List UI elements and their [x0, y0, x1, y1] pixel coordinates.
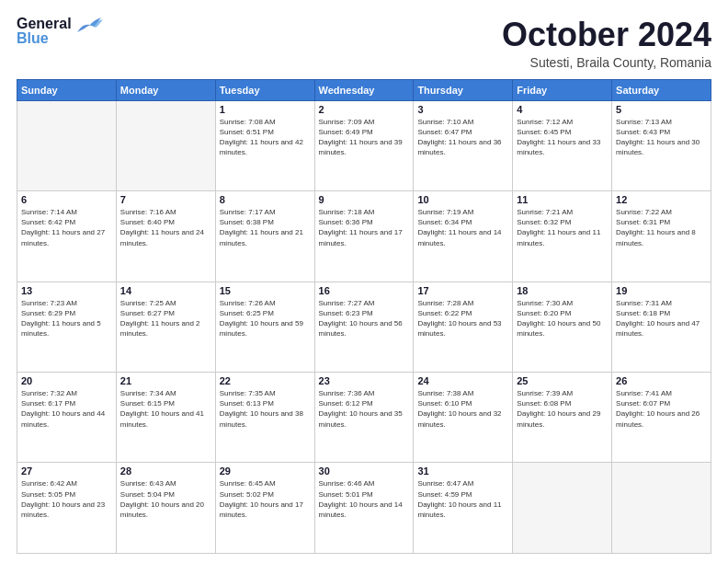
calendar-cell: 29Sunrise: 6:45 AMSunset: 5:02 PMDayligh…	[215, 463, 314, 554]
calendar-cell: 2Sunrise: 7:09 AMSunset: 6:49 PMDaylight…	[314, 100, 414, 190]
general-blue-logo: General Blue	[17, 17, 105, 46]
calendar-week-row: 13Sunrise: 7:23 AMSunset: 6:29 PMDayligh…	[17, 282, 711, 372]
day-info: Sunrise: 7:36 AMSunset: 6:12 PMDaylight:…	[319, 388, 410, 430]
title-section: October 2024 Sutesti, Braila County, Rom…	[502, 17, 711, 70]
calendar-cell	[612, 463, 711, 554]
day-info: Sunrise: 7:25 AMSunset: 6:27 PMDaylight:…	[120, 298, 211, 339]
calendar-cell: 20Sunrise: 7:32 AMSunset: 6:17 PMDayligh…	[17, 373, 117, 463]
calendar-cell: 7Sunrise: 7:16 AMSunset: 6:40 PMDaylight…	[116, 191, 215, 282]
calendar-cell: 28Sunrise: 6:43 AMSunset: 5:04 PMDayligh…	[116, 463, 215, 554]
day-info: Sunrise: 7:41 AMSunset: 6:07 PMDaylight:…	[616, 388, 707, 430]
day-number: 15	[220, 285, 311, 296]
calendar-cell: 17Sunrise: 7:28 AMSunset: 6:22 PMDayligh…	[414, 282, 513, 372]
day-info: Sunrise: 7:19 AMSunset: 6:34 PMDaylight:…	[417, 207, 508, 248]
day-number: 29	[220, 465, 311, 477]
weekday-header-cell: Sunday	[17, 79, 117, 100]
weekday-header-cell: Monday	[116, 79, 215, 100]
day-info: Sunrise: 7:09 AMSunset: 6:49 PMDaylight:…	[319, 117, 410, 158]
day-info: Sunrise: 7:22 AMSunset: 6:31 PMDaylight:…	[616, 207, 707, 248]
calendar-week-row: 6Sunrise: 7:14 AMSunset: 6:42 PMDaylight…	[17, 191, 711, 282]
day-info: Sunrise: 7:08 AMSunset: 6:51 PMDaylight:…	[220, 117, 311, 158]
day-number: 16	[319, 285, 410, 296]
calendar-cell: 19Sunrise: 7:31 AMSunset: 6:18 PMDayligh…	[612, 282, 711, 372]
calendar-cell: 14Sunrise: 7:25 AMSunset: 6:27 PMDayligh…	[116, 282, 215, 372]
day-info: Sunrise: 7:18 AMSunset: 6:36 PMDaylight:…	[319, 207, 410, 248]
day-number: 4	[517, 104, 608, 115]
day-number: 10	[417, 194, 508, 205]
day-info: Sunrise: 6:45 AMSunset: 5:02 PMDaylight:…	[220, 478, 311, 520]
calendar-cell: 27Sunrise: 6:42 AMSunset: 5:05 PMDayligh…	[17, 463, 117, 554]
day-info: Sunrise: 6:47 AMSunset: 4:59 PMDaylight:…	[417, 478, 508, 520]
day-number: 31	[417, 465, 508, 477]
day-number: 19	[616, 285, 707, 296]
logo-general-text: General	[17, 17, 72, 31]
calendar-body: 1Sunrise: 7:08 AMSunset: 6:51 PMDaylight…	[17, 100, 711, 553]
calendar-cell: 16Sunrise: 7:27 AMSunset: 6:23 PMDayligh…	[314, 282, 414, 372]
day-number: 22	[220, 375, 311, 386]
calendar-cell	[116, 100, 215, 190]
day-info: Sunrise: 7:23 AMSunset: 6:29 PMDaylight:…	[21, 298, 112, 339]
calendar-cell	[17, 100, 117, 190]
calendar-cell: 10Sunrise: 7:19 AMSunset: 6:34 PMDayligh…	[414, 191, 513, 282]
logo-container: General Blue	[17, 17, 105, 46]
calendar-cell: 1Sunrise: 7:08 AMSunset: 6:51 PMDaylight…	[215, 100, 314, 190]
day-number: 23	[319, 375, 410, 386]
calendar-cell: 24Sunrise: 7:38 AMSunset: 6:10 PMDayligh…	[414, 373, 513, 463]
day-number: 2	[319, 104, 410, 115]
day-number: 3	[417, 104, 508, 115]
weekday-header-cell: Thursday	[414, 79, 513, 100]
day-number: 28	[120, 465, 211, 477]
page: General Blue October 2024 Sutesti, Brail…	[0, 0, 728, 563]
day-number: 6	[21, 194, 112, 205]
day-number: 21	[120, 375, 211, 386]
day-info: Sunrise: 7:39 AMSunset: 6:08 PMDaylight:…	[517, 388, 608, 430]
day-number: 30	[319, 465, 410, 477]
day-info: Sunrise: 7:12 AMSunset: 6:45 PMDaylight:…	[517, 117, 608, 158]
calendar-cell	[513, 463, 612, 554]
day-info: Sunrise: 7:27 AMSunset: 6:23 PMDaylight:…	[319, 298, 410, 339]
subtitle: Sutesti, Braila County, Romania	[502, 55, 711, 70]
day-number: 14	[120, 285, 211, 296]
day-number: 12	[616, 194, 707, 205]
calendar-cell: 22Sunrise: 7:35 AMSunset: 6:13 PMDayligh…	[215, 373, 314, 463]
calendar-week-row: 27Sunrise: 6:42 AMSunset: 5:05 PMDayligh…	[17, 463, 711, 554]
day-number: 11	[517, 194, 608, 205]
calendar-table: SundayMondayTuesdayWednesdayThursdayFrid…	[17, 79, 711, 554]
calendar-week-row: 1Sunrise: 7:08 AMSunset: 6:51 PMDaylight…	[17, 100, 711, 190]
day-info: Sunrise: 7:38 AMSunset: 6:10 PMDaylight:…	[417, 388, 508, 430]
day-number: 5	[616, 104, 707, 115]
calendar-cell: 11Sunrise: 7:21 AMSunset: 6:32 PMDayligh…	[513, 191, 612, 282]
day-info: Sunrise: 6:43 AMSunset: 5:04 PMDaylight:…	[120, 478, 211, 520]
logo-blue-text: Blue	[17, 31, 72, 46]
day-info: Sunrise: 7:26 AMSunset: 6:25 PMDaylight:…	[220, 298, 311, 339]
calendar-cell: 8Sunrise: 7:17 AMSunset: 6:38 PMDaylight…	[215, 191, 314, 282]
calendar-cell: 13Sunrise: 7:23 AMSunset: 6:29 PMDayligh…	[17, 282, 117, 372]
calendar-cell: 15Sunrise: 7:26 AMSunset: 6:25 PMDayligh…	[215, 282, 314, 372]
day-info: Sunrise: 7:17 AMSunset: 6:38 PMDaylight:…	[220, 207, 311, 248]
calendar-cell: 9Sunrise: 7:18 AMSunset: 6:36 PMDaylight…	[314, 191, 414, 282]
calendar-cell: 4Sunrise: 7:12 AMSunset: 6:45 PMDaylight…	[513, 100, 612, 190]
day-info: Sunrise: 6:46 AMSunset: 5:01 PMDaylight:…	[319, 478, 410, 520]
calendar-cell: 23Sunrise: 7:36 AMSunset: 6:12 PMDayligh…	[314, 373, 414, 463]
day-number: 8	[220, 194, 311, 205]
day-number: 26	[616, 375, 707, 386]
weekday-header-row: SundayMondayTuesdayWednesdayThursdayFrid…	[17, 79, 711, 100]
month-title: October 2024	[502, 17, 711, 53]
day-info: Sunrise: 6:42 AMSunset: 5:05 PMDaylight:…	[21, 478, 112, 520]
day-number: 27	[21, 465, 112, 477]
day-info: Sunrise: 7:10 AMSunset: 6:47 PMDaylight:…	[417, 117, 508, 158]
weekday-header-cell: Saturday	[612, 79, 711, 100]
day-number: 25	[517, 375, 608, 386]
day-info: Sunrise: 7:31 AMSunset: 6:18 PMDaylight:…	[616, 298, 707, 339]
day-number: 13	[21, 285, 112, 296]
day-number: 17	[417, 285, 508, 296]
day-info: Sunrise: 7:30 AMSunset: 6:20 PMDaylight:…	[517, 298, 608, 339]
day-info: Sunrise: 7:32 AMSunset: 6:17 PMDaylight:…	[21, 388, 112, 430]
calendar-cell: 18Sunrise: 7:30 AMSunset: 6:20 PMDayligh…	[513, 282, 612, 372]
day-number: 20	[21, 375, 112, 386]
day-info: Sunrise: 7:28 AMSunset: 6:22 PMDaylight:…	[417, 298, 508, 339]
calendar-cell: 6Sunrise: 7:14 AMSunset: 6:42 PMDaylight…	[17, 191, 117, 282]
calendar-cell: 5Sunrise: 7:13 AMSunset: 6:43 PMDaylight…	[612, 100, 711, 190]
calendar-cell: 25Sunrise: 7:39 AMSunset: 6:08 PMDayligh…	[513, 373, 612, 463]
day-info: Sunrise: 7:34 AMSunset: 6:15 PMDaylight:…	[120, 388, 211, 430]
